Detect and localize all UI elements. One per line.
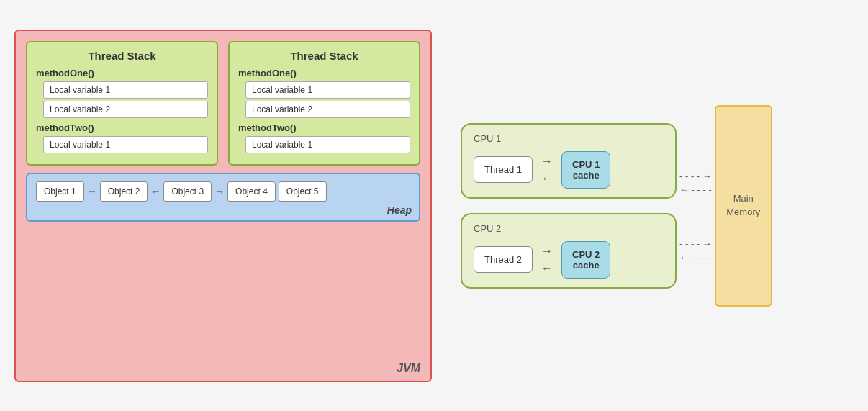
cpu1-arrow-left: ← bbox=[541, 172, 553, 185]
dashed-line-left-1: ← - - - - bbox=[679, 184, 712, 195]
jvm-label: JVM bbox=[397, 362, 420, 375]
object-4: Object 4 bbox=[227, 181, 276, 202]
stack2-method2-label: methodTwo() bbox=[238, 122, 410, 133]
cpu2-arrow-left: ← bbox=[541, 262, 553, 275]
stack2-var1-2: Local variable 2 bbox=[245, 101, 410, 118]
arrow-pair-2: - - - - → ← - - - - bbox=[679, 238, 712, 263]
main-memory-box: Main Memory bbox=[715, 105, 772, 307]
stack1-var1-1: Local variable 1 bbox=[43, 81, 208, 99]
objects-row: Object 1 → Object 2 ← Object 3 → Object … bbox=[36, 181, 410, 214]
object-1: Object 1 bbox=[36, 181, 84, 202]
stack2-method1-label: methodOne() bbox=[238, 68, 410, 78]
cpu2-cache-box: CPU 2cache bbox=[561, 241, 610, 279]
dashed-line-right-2: - - - - → bbox=[679, 238, 712, 249]
heap-label: Heap bbox=[387, 204, 412, 216]
object-3: Object 3 bbox=[163, 181, 212, 202]
cpus-column: CPU 1 Thread 1 → ← CPU 1cache CPU 2 Thre… bbox=[461, 123, 677, 289]
cpu1-arrows: → ← bbox=[541, 155, 553, 185]
right-section: CPU 1 Thread 1 → ← CPU 1cache CPU 2 Thre… bbox=[461, 105, 854, 307]
stack1-var2-1: Local variable 1 bbox=[43, 136, 208, 153]
stack1-method2-label: methodTwo() bbox=[36, 122, 208, 133]
thread1-box: Thread 1 bbox=[474, 156, 533, 183]
arrow-right-2: → bbox=[214, 186, 225, 197]
cpu2-arrow-right: → bbox=[541, 245, 553, 258]
stack2-var1-1: Local variable 1 bbox=[245, 81, 410, 99]
thread2-box: Thread 2 bbox=[474, 246, 533, 273]
cpu1-arrow-right: → bbox=[541, 155, 553, 168]
arrow-right-1: → bbox=[87, 186, 97, 197]
cpu2-title: CPU 2 bbox=[474, 223, 664, 234]
heap-box: Object 1 → Object 2 ← Object 3 → Object … bbox=[26, 173, 420, 222]
arrow-pair-1: - - - - → ← - - - - bbox=[679, 171, 712, 195]
thread-stack-2: Thread Stack methodOne() Local variable … bbox=[228, 41, 420, 166]
cpu1-inner-row: Thread 1 → ← CPU 1cache bbox=[474, 151, 664, 189]
cpu2-arrows: → ← bbox=[541, 245, 553, 275]
cpu1-box: CPU 1 Thread 1 → ← CPU 1cache bbox=[461, 123, 677, 199]
jvm-box: Thread Stack methodOne() Local variable … bbox=[14, 30, 432, 382]
thread-stack-1-title: Thread Stack bbox=[36, 50, 208, 62]
main-memory-label: Main Memory bbox=[716, 192, 771, 218]
object-2: Object 2 bbox=[100, 181, 148, 202]
dashed-line-right-1: - - - - → bbox=[679, 171, 712, 181]
arrow-left-1: ← bbox=[150, 186, 161, 197]
stack1-var1-2: Local variable 2 bbox=[43, 101, 208, 118]
thread-stack-1: Thread Stack methodOne() Local variable … bbox=[26, 41, 218, 166]
stack1-method1-label: methodOne() bbox=[36, 68, 208, 78]
stack2-var2-1: Local variable 1 bbox=[245, 136, 410, 153]
arrows-column: - - - - → ← - - - - - - - - → ← - - - - bbox=[679, 149, 712, 263]
stacks-row: Thread Stack methodOne() Local variable … bbox=[26, 41, 420, 166]
cpu2-box: CPU 2 Thread 2 → ← CPU 2cache bbox=[461, 213, 677, 289]
cpu1-title: CPU 1 bbox=[474, 133, 664, 144]
cpu1-cache-box: CPU 1cache bbox=[561, 151, 610, 189]
main-container: Thread Stack methodOne() Local variable … bbox=[0, 0, 868, 411]
cpu2-inner-row: Thread 2 → ← CPU 2cache bbox=[474, 241, 664, 279]
object-5: Object 5 bbox=[279, 181, 327, 202]
thread-stack-2-title: Thread Stack bbox=[238, 50, 410, 62]
dashed-line-left-2: ← - - - - bbox=[679, 252, 712, 263]
